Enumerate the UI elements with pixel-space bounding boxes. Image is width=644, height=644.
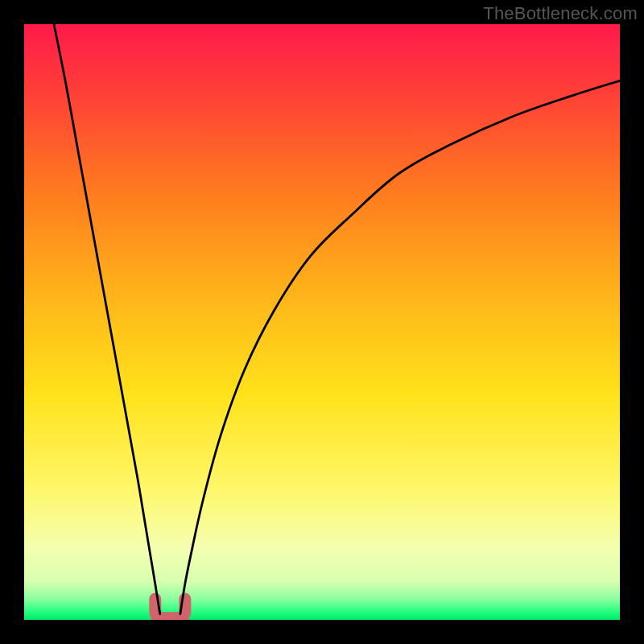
chart-frame [24, 24, 620, 620]
bottleneck-chart [24, 24, 620, 620]
gradient-background [24, 24, 620, 620]
watermark-text: TheBottleneck.com [483, 3, 638, 24]
